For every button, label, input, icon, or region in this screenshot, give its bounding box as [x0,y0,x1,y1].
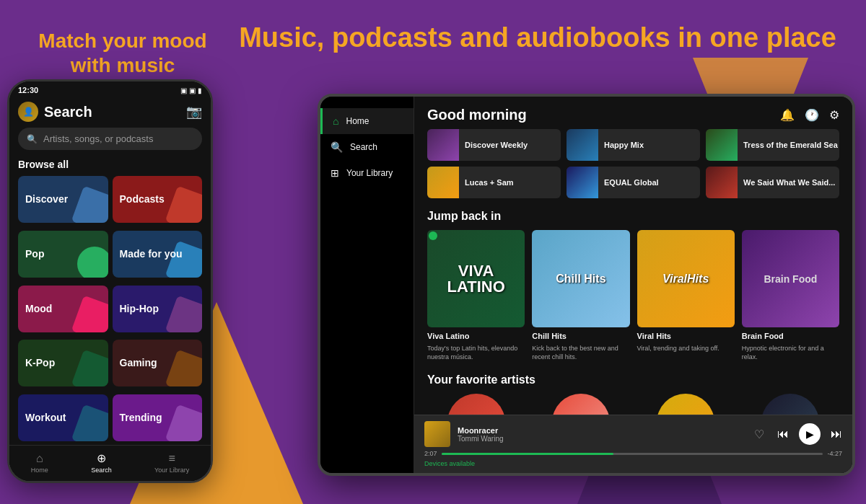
phone-mockup: 12:30 ▣ ▣ ▮ 👤 Search 📷 🔍 Artists, songs,… [7,79,213,483]
jump-back-label: Jump back in [427,210,839,223]
grid-item-gaming-deco [165,350,202,386]
heart-icon[interactable]: ♡ [754,428,764,441]
artist-item-4[interactable] [742,394,839,415]
jump-viva-desc: Today's top Latin hits, elevando nuestra… [427,345,525,361]
browse-all-label: Browse all [9,156,211,176]
artist-thumb-3 [657,394,714,415]
spotify-badge [429,231,437,240]
recent-item-rickey[interactable]: We Said What We Said... [706,167,839,198]
tablet-main: Good morning 🔔 🕐 ⚙ Discover Weekly Happy… [414,97,852,473]
artist-thumb-1 [447,394,505,415]
grid-item-pop-label: Pop [25,248,44,260]
sidebar-item-library[interactable]: ⊞ Your Library [320,160,414,186]
recent-item-tress[interactable]: Tress of the Emerald Sea [706,129,839,161]
grid-item-workout-deco [71,404,108,441]
grid-item-kpop[interactable]: K-Pop [18,340,108,386]
grid-item-podcasts[interactable]: Podcasts [113,176,203,223]
grid-item-trending-deco [165,404,202,441]
artists-label: Your favorite artists [427,373,839,386]
sidebar-item-search[interactable]: 🔍 Search [320,134,414,160]
settings-icon[interactable]: ⚙ [829,108,839,122]
jump-viral-title: Viral Hits [637,332,735,340]
sidebar-library-icon: ⊞ [331,167,339,179]
recent-thumb-equal [567,167,598,198]
now-playing-title: Moonracer [458,426,747,435]
now-playing-bar: Moonracer Tommi Waring ♡ ⏮ ▶ ⏭ 2:07 -4:2… [414,415,852,473]
phone-header: 👤 Search 📷 [9,99,211,128]
now-playing-top: Moonracer Tommi Waring ♡ ⏮ ▶ ⏭ [424,421,842,447]
main-headline-section: Music, podcasts and audiobooks in one pl… [224,22,852,55]
sidebar-search-icon: 🔍 [331,141,343,153]
nav-item-library[interactable]: ≡ Your Library [154,452,189,474]
jump-chill-title: Chill Hits [532,332,629,340]
now-playing-artist: Tommi Waring [458,435,747,443]
recent-thumb-lucas [427,167,459,198]
tablet-sidebar: ⌂ Home 🔍 Search ⊞ Your Library [320,97,414,473]
grid-item-workout-label: Workout [25,412,66,424]
phone-header-left: 👤 Search [18,102,92,122]
progress-bar[interactable] [442,453,823,455]
sidebar-search-label: Search [350,142,377,152]
topbar-icons: 🔔 🕐 ⚙ [780,108,839,122]
main-headline: Music, podcasts and audiobooks in one pl… [224,22,852,55]
sidebar-home-label: Home [346,116,369,126]
nav-library-label: Your Library [154,467,189,474]
home-icon: ⌂ [36,452,43,465]
notification-icon[interactable]: 🔔 [780,108,795,122]
sidebar-library-label: Your Library [346,168,393,178]
jump-item-chill-hits[interactable]: Chill Hits Chill Hits Kick back to the b… [532,230,629,362]
jump-item-viral-hits[interactable]: ViralHits Viral Hits Viral, trending and… [637,230,735,362]
recent-item-discover-weekly[interactable]: Discover Weekly [427,129,561,161]
grid-item-pop[interactable]: Pop [18,231,108,278]
skip-forward-icon[interactable]: ⏭ [831,428,842,441]
sidebar-item-home[interactable]: ⌂ Home [320,108,414,134]
grid-item-podcasts-deco [165,186,202,223]
phone-avatar[interactable]: 👤 [18,102,38,122]
grid-item-mood[interactable]: Mood [18,286,108,332]
recent-label-discover: Discover Weekly [465,141,528,149]
artist-item-2[interactable] [532,394,629,415]
grid-item-discover-label: Discover [25,193,68,205]
grid-item-trending[interactable]: Trending [113,394,203,441]
grid-item-workout[interactable]: Workout [18,394,108,441]
phone-search-title: Search [44,104,92,120]
recent-items-grid: Discover Weekly Happy Mix Tress of the E… [427,129,839,198]
jump-thumb-chill: Chill Hits [532,230,629,327]
grid-item-made-for-you[interactable]: Made for you [113,231,203,278]
grid-item-gaming[interactable]: Gaming [113,340,203,386]
phone-browse-grid: Discover Podcasts Pop Made for you Mood … [9,176,211,445]
grid-item-made-for-you-label: Made for you [120,248,183,260]
artist-item-1[interactable] [427,394,525,415]
search-icon: 🔍 [27,134,38,144]
device-available[interactable]: Devices available [424,460,842,467]
recent-item-equal[interactable]: EQUAL Global [567,167,700,198]
phone-search-bar[interactable]: 🔍 Artists, songs, or podcasts [18,128,202,150]
grid-item-discover-deco [71,186,108,223]
jump-thumb-viva: VIVA LATINO [427,230,525,327]
grid-item-pop-deco [77,247,108,278]
recent-item-lucas[interactable]: Lucas + Sam [427,167,561,198]
jump-item-brain-food[interactable]: Brain Food Brain Food Hypnotic electroni… [742,230,839,362]
skip-back-icon[interactable]: ⏮ [777,428,789,441]
grid-item-discover[interactable]: Discover [18,176,108,223]
tablet-content: Discover Weekly Happy Mix Tress of the E… [414,129,852,415]
play-button[interactable]: ▶ [799,423,821,445]
jump-chill-desc: Kick back to the best new and recent chi… [532,345,629,361]
nav-item-home[interactable]: ⌂ Home [31,452,48,474]
phone-status-icons: ▣ ▣ ▮ [180,87,202,94]
jump-item-viva-latino[interactable]: VIVA LATINO Viva Latino Today's top Lati… [427,230,525,362]
grid-item-trending-label: Trending [120,412,162,424]
jump-brain-title: Brain Food [742,332,839,340]
library-icon: ≡ [168,452,175,465]
clock-icon[interactable]: 🕐 [805,108,819,122]
artist-thumb-4 [761,394,819,415]
recent-label-tress: Tress of the Emerald Sea [743,141,838,149]
greeting-text: Good morning [427,107,527,123]
grid-item-hiphop[interactable]: Hip-Hop [113,286,203,332]
artist-item-3[interactable] [637,394,735,415]
grid-item-hiphop-label: Hip-Hop [120,303,159,315]
recent-item-happy-mix[interactable]: Happy Mix [567,129,700,161]
nav-item-search[interactable]: ⊕ Search [91,451,112,474]
recent-label-happy: Happy Mix [604,141,644,149]
camera-icon[interactable]: 📷 [186,104,202,120]
